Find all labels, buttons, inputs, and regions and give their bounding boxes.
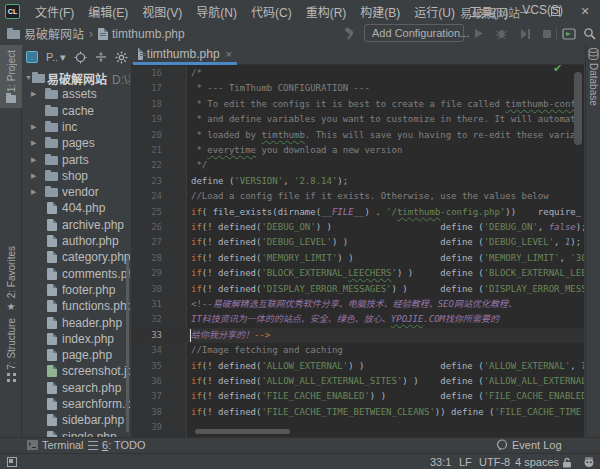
- locate-file-icon[interactable]: [74, 51, 87, 64]
- stop-button[interactable]: [539, 26, 554, 41]
- code-line-23[interactable]: 23define ('VERSION', '2.8.14');: [131, 174, 584, 189]
- coverage-button[interactable]: [517, 26, 532, 41]
- caret-position[interactable]: 33:1: [430, 456, 451, 468]
- tree-row[interactable]: archive.php: [23, 217, 130, 233]
- breadcrumb-file[interactable]: timthumb.php: [112, 27, 185, 41]
- expand-arrow-icon[interactable]: ▶: [31, 172, 36, 180]
- expand-arrow-icon[interactable]: ▶: [31, 156, 36, 164]
- lock-icon[interactable]: [562, 457, 572, 468]
- file-encoding[interactable]: UTF-8: [479, 456, 510, 468]
- menu-item-6[interactable]: 构建(B): [353, 1, 407, 22]
- breadcrumb-root[interactable]: 易破解网站: [24, 25, 84, 42]
- todo-button[interactable]: 6: TODO: [88, 439, 146, 451]
- tree-row[interactable]: sidebar.php: [23, 412, 130, 428]
- inspection-profile-icon[interactable]: [583, 456, 595, 468]
- editor-vertical-scrollbar[interactable]: [574, 72, 582, 145]
- terminal-button[interactable]: Terminal: [27, 439, 84, 451]
- menu-item-3[interactable]: 导航(N): [189, 1, 244, 22]
- code-line-20[interactable]: 20 * loaded by timthumb. This will save …: [131, 128, 584, 143]
- event-log-button[interactable]: Event Log: [496, 439, 562, 451]
- minimize-button[interactable]: —: [510, 0, 540, 22]
- tab-close-icon[interactable]: ×: [226, 48, 232, 60]
- run-configuration-select[interactable]: Add Configuration...: [364, 24, 464, 42]
- code-line-36[interactable]: 36if(! defined('ALLOW_ALL_EXTERNAL_SITES…: [131, 374, 584, 389]
- indent-setting[interactable]: 4 spaces: [515, 456, 559, 468]
- menu-item-2[interactable]: 视图(V): [135, 1, 189, 22]
- build-hammer-icon[interactable]: [342, 27, 356, 41]
- project-view-selector[interactable]: P..▾: [46, 51, 66, 64]
- code-editor[interactable]: 16/*17 * --- TimThumb CONFIGURATION ---1…: [131, 66, 584, 437]
- code-line-31[interactable]: 31<!--易破解精选互联网优秀软件分享、电脑技术、经验教程、SEO网站优化教程…: [131, 297, 584, 312]
- maximize-button[interactable]: [540, 0, 570, 22]
- tree-row[interactable]: ▼易破解网站D:\易破: [23, 70, 130, 86]
- tool-stripe-database[interactable]: Database: [586, 48, 600, 106]
- project-view-icon[interactable]: [26, 51, 38, 63]
- code-line-19[interactable]: 19 * and define variables you want to cu…: [131, 112, 584, 127]
- code-line-27[interactable]: 27if(! defined('DEBUG_LEVEL') ) define (…: [131, 235, 584, 250]
- code-line-35[interactable]: 35if(! defined('ALLOW_EXTERNAL') ) defin…: [131, 359, 584, 374]
- tree-row[interactable]: ▶shop: [23, 168, 130, 184]
- tree-row[interactable]: page.php: [23, 347, 130, 363]
- tree-row[interactable]: ▶vendor: [23, 184, 130, 200]
- code-line-30[interactable]: 30if(! defined('DISPLAY_ERROR_MESSAGES')…: [131, 282, 584, 297]
- expand-arrow-icon[interactable]: ▶: [31, 123, 36, 131]
- tree-row[interactable]: search.php: [23, 380, 130, 396]
- menu-item-7[interactable]: 运行(U): [407, 1, 462, 22]
- tree-row[interactable]: footer.php: [23, 282, 130, 298]
- collapse-all-icon[interactable]: [95, 51, 107, 63]
- inspection-ok-icon[interactable]: ✔: [553, 62, 562, 75]
- project-tree-scrollbar[interactable]: [126, 255, 129, 432]
- tree-row[interactable]: ▶assets: [23, 86, 130, 102]
- code-line-34[interactable]: 34//Image fetching and caching: [131, 343, 584, 358]
- close-button[interactable]: ✕: [570, 0, 600, 22]
- menu-item-4[interactable]: 代码(C): [244, 1, 299, 22]
- menu-item-0[interactable]: 文件(F): [28, 1, 81, 22]
- code-line-28[interactable]: 28if(! defined('MEMORY_LIMIT') ) define …: [131, 251, 584, 266]
- tab-timthumb[interactable]: timthumb.php ×: [133, 45, 237, 65]
- code-line-18[interactable]: 18 * To edit the configs it is best to c…: [131, 97, 584, 112]
- run-button[interactable]: [471, 26, 486, 41]
- tree-row[interactable]: category.php: [23, 249, 130, 265]
- code-line-25[interactable]: 25if( file_exists(dirname(__FILE__) . '/…: [131, 205, 584, 220]
- tool-stripe-project[interactable]: 1: Project: [0, 45, 22, 108]
- tree-row[interactable]: header.php: [23, 315, 130, 331]
- editor-horizontal-scrollbar[interactable]: [195, 429, 290, 434]
- code-line-37[interactable]: 37if(! defined('FILE_CACHE_ENABLED') ) d…: [131, 389, 584, 404]
- code-line-26[interactable]: 26if(! defined('DEBUG_ON') ) define ('DE…: [131, 220, 584, 235]
- code-line-38[interactable]: 38if(! defined('FILE_CACHE_TIME_BETWEEN_…: [131, 405, 584, 420]
- code-line-29[interactable]: 29if(! defined('BLOCK_EXTERNAL_LEECHERS'…: [131, 266, 584, 281]
- settings-gear-icon[interactable]: [115, 51, 128, 64]
- tree-row[interactable]: single.php: [23, 429, 130, 437]
- tree-row[interactable]: 404.php: [23, 200, 130, 216]
- tree-row[interactable]: index.php: [23, 331, 130, 347]
- expand-arrow-icon[interactable]: ▼: [25, 74, 32, 81]
- tree-row[interactable]: ▶parts: [23, 152, 130, 168]
- tree-row[interactable]: functions.php: [23, 298, 130, 314]
- tree-row[interactable]: ▶pages: [23, 135, 130, 151]
- menu-item-5[interactable]: 重构(R): [299, 1, 354, 22]
- code-line-33[interactable]: 33给你我分享的！-->: [131, 328, 584, 343]
- tool-stripe-favorites[interactable]: 2: Favorites ★: [0, 241, 22, 317]
- tree-row[interactable]: searchform.php: [23, 396, 130, 412]
- tool-window-switcher-icon[interactable]: [7, 457, 17, 467]
- expand-arrow-icon[interactable]: ▶: [31, 139, 36, 147]
- run-anything-icon[interactable]: [561, 26, 576, 41]
- tree-row[interactable]: screenshot.jpg: [23, 363, 130, 379]
- expand-arrow-icon[interactable]: ▶: [31, 188, 36, 196]
- code-line-16[interactable]: 16/*: [131, 66, 584, 81]
- code-line-21[interactable]: 21 * everytime you download a new versio…: [131, 143, 584, 158]
- tree-row[interactable]: author.php: [23, 233, 130, 249]
- menu-item-1[interactable]: 编辑(E): [81, 1, 135, 22]
- tree-row[interactable]: cache: [23, 103, 130, 119]
- debug-button[interactable]: [494, 26, 509, 41]
- tree-row[interactable]: comments.php: [23, 266, 130, 282]
- expand-arrow-icon[interactable]: ▶: [31, 90, 36, 98]
- code-line-24[interactable]: 24//Load a config file if it exists. Oth…: [131, 189, 584, 204]
- line-ending[interactable]: LF: [459, 456, 472, 468]
- code-line-32[interactable]: 32IT科技资讯为一体的的站点、安全、绿色、放心、YPOJIE.COM找你所需要…: [131, 312, 584, 327]
- tree-row[interactable]: ▶inc: [23, 119, 130, 135]
- code-line-22[interactable]: 22 */: [131, 158, 584, 173]
- search-everywhere-icon[interactable]: [582, 26, 597, 41]
- code-line-17[interactable]: 17 * --- TimThumb CONFIGURATION ---: [131, 81, 584, 96]
- tool-stripe-structure[interactable]: 7: Structure: [0, 313, 22, 387]
